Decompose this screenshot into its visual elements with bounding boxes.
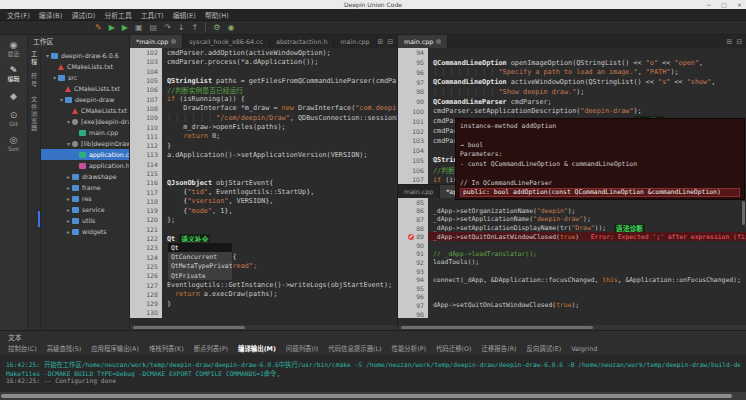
line-number[interactable]: 100 xyxy=(398,107,428,117)
line-number[interactable]: 106 xyxy=(130,85,162,94)
step-out-icon[interactable]: ↑ xyxy=(192,21,199,35)
tab-close-icon[interactable] xyxy=(436,39,441,44)
line-number[interactable]: 86 xyxy=(398,207,428,216)
bottom-tab[interactable]: 代码信息提示器(L) xyxy=(328,344,381,353)
bottom-tab[interactable]: 控制台(C) xyxy=(8,344,37,353)
line-number[interactable]: 117 xyxy=(130,187,162,196)
line-number[interactable]: 108 xyxy=(130,104,162,113)
project-tree[interactable]: ▾deepin-draw-6.0.6CMakeLists.txt▾srcCMak… xyxy=(41,47,129,330)
editor-tab[interactable]: main.cpp xyxy=(398,35,448,48)
line-number[interactable]: 107 xyxy=(398,175,428,184)
completion-item[interactable]: QtMetaTypePrivate xyxy=(168,262,232,271)
line-number[interactable]: 88 xyxy=(398,224,428,233)
code-line[interactable]: QCommandLineOption openImageOption(QStri… xyxy=(428,58,746,68)
tree-item[interactable]: CMakeLists.txt xyxy=(41,83,129,94)
line-number[interactable]: 112 xyxy=(130,141,162,150)
editor-tab[interactable]: main.cpp xyxy=(398,185,440,198)
line-number[interactable]: 87 xyxy=(398,215,428,224)
bottom-tab[interactable]: Valgrind xyxy=(571,345,597,353)
run-icon[interactable]: ▶ xyxy=(109,21,115,35)
close-group-icon[interactable]: ⊟ xyxy=(736,38,742,46)
workspace-tab-工程[interactable]: 工程 xyxy=(30,51,39,65)
code-line[interactable]: {"mode", 1}, xyxy=(162,206,397,215)
expander-icon[interactable]: ▸ xyxy=(65,206,72,213)
console-scrollbar[interactable] xyxy=(0,392,746,400)
bottom-tab[interactable]: 代码迁移(O) xyxy=(436,344,472,353)
split-editor-icon[interactable]: ⊞ xyxy=(726,38,732,46)
code-line[interactable] xyxy=(162,308,397,317)
code-line[interactable]: connect(_dApp, &DApplication::focusChang… xyxy=(428,275,746,284)
editor-tab[interactable]: main.cpp xyxy=(334,35,376,48)
code-line[interactable]: cmdParser.process(*a.dApplication()); xyxy=(162,57,397,66)
line-number[interactable]: 101 xyxy=(398,116,428,126)
bottom-tab[interactable]: 编译输出(M) xyxy=(238,344,276,353)
code-line[interactable]: QCommandLineParser cmdParser; xyxy=(428,97,746,107)
code-line[interactable] xyxy=(162,169,397,178)
line-number[interactable]: 102 xyxy=(398,126,428,136)
code-line[interactable]: _dApp->setQuitOnLastWindowClosed(true) E… xyxy=(428,232,746,241)
menu-item[interactable]: 编辑(E) xyxy=(173,10,196,20)
tree-item[interactable]: ▸frame xyxy=(41,182,129,193)
code-line[interactable]: loadTools(); xyxy=(428,258,746,267)
split-editor-icon[interactable]: ⊞ xyxy=(377,38,383,46)
line-number[interactable]: 105 xyxy=(130,76,162,85)
code-line[interactable]: Eventlogutils::GetInstance()->writeLogs(… xyxy=(162,280,397,289)
code-line[interactable]: _dApp->setApplicationDisplayName(tr("Dra… xyxy=(428,224,746,233)
code-line[interactable]: } xyxy=(162,141,397,150)
line-number[interactable]: 123 xyxy=(130,243,162,252)
line-number[interactable]: 114 xyxy=(130,160,162,169)
code-line[interactable]: {"tid", Eventlogutils::StartUp}, xyxy=(162,187,397,196)
line-number[interactable]: 104 xyxy=(130,67,162,76)
line-number[interactable]: 115 xyxy=(130,169,162,178)
editor-tab[interactable]: abstractaction.h xyxy=(270,35,334,48)
tree-item[interactable]: ▸drawshape xyxy=(41,171,129,182)
line-number[interactable]: 96 xyxy=(398,68,428,78)
expander-icon[interactable]: ▸ xyxy=(65,173,72,180)
step-over-icon[interactable]: ↷ xyxy=(164,21,171,35)
line-number[interactable]: 94 xyxy=(398,48,428,58)
bottom-tab[interactable]: 高级查找(S) xyxy=(47,344,82,353)
settings-gear-icon[interactable]: ⚙ xyxy=(213,21,220,35)
activitybar-item-recent[interactable]: ◉最近 xyxy=(7,41,19,57)
tree-item[interactable]: ▸service xyxy=(41,204,129,215)
line-number[interactable]: 97 xyxy=(398,301,428,310)
horizontal-scrollbar[interactable] xyxy=(398,325,746,330)
expander-icon[interactable]: ▾ xyxy=(65,118,72,125)
code-line[interactable]: {"vsersion", VERSION}, xyxy=(162,197,397,206)
line-number[interactable]: 94 xyxy=(398,275,428,284)
line-number[interactable]: 96 xyxy=(398,293,428,302)
tree-item[interactable]: application.cpp xyxy=(41,149,129,160)
line-number[interactable]: 109 xyxy=(130,113,162,122)
code-line[interactable]: QCommandLineOption activeWindowOption(QS… xyxy=(428,77,746,87)
bottom-tab[interactable]: 断点列表(P) xyxy=(194,344,228,353)
line-number[interactable]: 95 xyxy=(398,284,428,293)
bottom-tab[interactable]: 反向调试(E) xyxy=(527,344,562,353)
code-line[interactable]: m_draw->openFiles(paths); xyxy=(162,122,397,131)
line-number[interactable]: 103 xyxy=(398,136,428,146)
line-number[interactable]: 118 xyxy=(130,197,162,206)
code-line[interactable]: // _dApp->loadTranslator(); xyxy=(428,250,746,259)
code-line[interactable] xyxy=(162,225,397,234)
bottom-tab[interactable]: 堆栈列表(K) xyxy=(149,344,184,353)
line-number[interactable]: 111 xyxy=(130,132,162,141)
bottom-tab[interactable]: 问题列表(I) xyxy=(286,344,318,353)
line-number[interactable]: 92 xyxy=(398,258,428,267)
expander-icon[interactable]: ▾ xyxy=(65,140,72,147)
line-number[interactable]: 121 xyxy=(130,225,162,234)
line-number[interactable]: 126 xyxy=(130,271,162,280)
minimize-icon[interactable]: − xyxy=(706,0,711,9)
workspace-tab-符号[interactable]: 符号 xyxy=(30,73,39,87)
tree-item[interactable]: ▾deepin-draw-6.0.6 xyxy=(41,50,129,61)
code-line[interactable] xyxy=(428,48,746,58)
menu-item[interactable]: 分析工具 xyxy=(105,10,132,20)
build-icon[interactable]: ▣ xyxy=(135,21,143,35)
record-icon[interactable]: ◉ xyxy=(227,21,234,35)
completion-item[interactable]: QtPrivate xyxy=(168,271,232,280)
line-number[interactable]: 113 xyxy=(130,150,162,159)
code-editor-right-bottom[interactable]: 8586_dApp->setOrganizationName("deepin")… xyxy=(398,198,746,325)
line-number[interactable]: 129 xyxy=(130,299,162,308)
expander-icon[interactable]: ▸ xyxy=(65,228,72,235)
line-number[interactable]: 91 xyxy=(398,250,428,259)
line-number[interactable]: 104 xyxy=(398,146,428,156)
code-line[interactable]: cmdParser.setApplicationDescription("dee… xyxy=(428,107,746,117)
